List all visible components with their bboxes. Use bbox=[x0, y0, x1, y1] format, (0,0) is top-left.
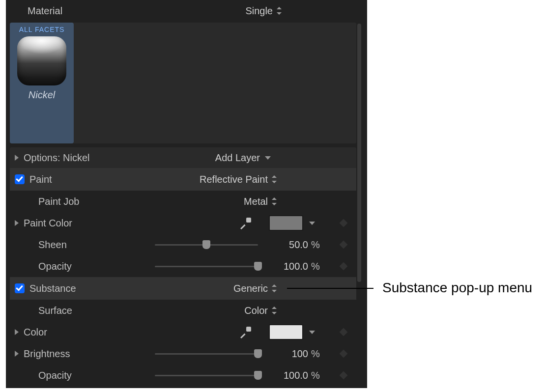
color-row: Color bbox=[10, 321, 356, 343]
material-preview bbox=[17, 36, 66, 85]
substance-type-popup[interactable]: Generic bbox=[233, 283, 277, 294]
options-row: Options: Nickel Add Layer bbox=[10, 147, 356, 168]
keyframe-diamond-icon[interactable] bbox=[340, 262, 348, 271]
paint-type-value: Reflective Paint bbox=[200, 174, 272, 185]
popup-stepper-icon bbox=[272, 175, 277, 184]
eyedropper-icon[interactable] bbox=[240, 218, 251, 228]
paint-job-row: Paint Job Metal bbox=[10, 191, 356, 212]
keyframe-diamond-icon[interactable] bbox=[340, 241, 348, 249]
substance-opacity-row: Opacity 100.0 % bbox=[10, 364, 356, 386]
paint-opacity-slider[interactable] bbox=[155, 262, 258, 271]
sheen-value[interactable]: 50.0 bbox=[273, 239, 311, 251]
sheen-row: Sheen 50.0 % bbox=[10, 234, 356, 255]
facet-area: ALL FACETS Nickel bbox=[10, 23, 356, 143]
paint-opacity-row: Opacity 100.0 % bbox=[10, 255, 356, 277]
material-label: Material bbox=[28, 5, 62, 17]
keyframe-diamond-icon[interactable] bbox=[340, 328, 348, 336]
surface-row: Surface Color bbox=[10, 300, 356, 321]
chevron-down-icon[interactable] bbox=[309, 331, 315, 334]
disclosure-triangle-icon[interactable] bbox=[15, 329, 19, 335]
substance-title: Substance bbox=[29, 283, 76, 294]
paint-job-popup[interactable]: Metal bbox=[244, 196, 277, 207]
keyframe-diamond-icon[interactable] bbox=[340, 371, 348, 380]
surface-value: Color bbox=[244, 305, 272, 316]
substance-type-value: Generic bbox=[233, 283, 272, 294]
paint-job-label: Paint Job bbox=[38, 196, 79, 207]
substance-opacity-value[interactable]: 100.0 bbox=[273, 370, 311, 381]
sheen-label: Sheen bbox=[38, 239, 67, 251]
disclosure-triangle-icon[interactable] bbox=[15, 351, 19, 357]
callout-leader-line bbox=[287, 288, 373, 289]
brightness-slider[interactable] bbox=[155, 349, 258, 358]
add-layer-label: Add Layer bbox=[215, 152, 260, 164]
paint-opacity-value[interactable]: 100.0 bbox=[273, 261, 311, 272]
popup-stepper-icon bbox=[272, 197, 277, 206]
facet-card[interactable]: ALL FACETS Nickel bbox=[10, 23, 74, 143]
callout-text: Substance pop-up menu bbox=[382, 280, 532, 296]
paint-type-popup[interactable]: Reflective Paint bbox=[200, 174, 277, 185]
paint-title: Paint bbox=[29, 174, 52, 185]
inspector-panel: Material Single ALL FACETS Nickel Option… bbox=[6, 0, 367, 388]
paint-opacity-unit: % bbox=[311, 261, 323, 272]
paint-enable-checkbox[interactable] bbox=[15, 174, 25, 184]
brightness-row: Brightness 100 % bbox=[10, 343, 356, 364]
sheen-unit: % bbox=[311, 239, 323, 251]
material-mode-popup[interactable]: Single bbox=[245, 5, 282, 17]
surface-label: Surface bbox=[38, 305, 72, 316]
disclosure-triangle-icon[interactable] bbox=[15, 155, 19, 161]
paint-job-value: Metal bbox=[244, 196, 272, 207]
disclosure-triangle-icon[interactable] bbox=[15, 220, 19, 226]
paint-color-label: Paint Color bbox=[24, 218, 72, 229]
substance-enable-checkbox[interactable] bbox=[15, 283, 25, 293]
chevron-down-icon bbox=[265, 156, 271, 160]
material-header-row: Material Single bbox=[6, 0, 367, 22]
paint-color-row: Paint Color bbox=[10, 212, 356, 234]
keyframe-diamond-icon[interactable] bbox=[340, 219, 348, 227]
paint-section-header: Paint Reflective Paint bbox=[10, 168, 356, 191]
options-label: Options: Nickel bbox=[24, 152, 90, 164]
sheen-slider[interactable] bbox=[155, 240, 258, 249]
brightness-unit: % bbox=[311, 348, 323, 360]
facet-material-name: Nickel bbox=[13, 89, 71, 101]
paint-color-swatch[interactable] bbox=[269, 215, 303, 231]
color-label: Color bbox=[24, 327, 47, 338]
material-mode-value: Single bbox=[245, 5, 277, 17]
add-layer-popup[interactable]: Add Layer bbox=[215, 152, 271, 164]
substance-opacity-label: Opacity bbox=[38, 370, 72, 381]
scrollbar[interactable] bbox=[357, 24, 361, 282]
popup-stepper-icon bbox=[272, 284, 277, 293]
substance-opacity-unit: % bbox=[311, 370, 323, 381]
surface-popup[interactable]: Color bbox=[244, 305, 277, 316]
paint-opacity-label: Opacity bbox=[38, 261, 72, 272]
facet-tab-label: ALL FACETS bbox=[13, 26, 71, 33]
chevron-down-icon[interactable] bbox=[309, 222, 315, 225]
substance-opacity-slider[interactable] bbox=[155, 371, 258, 380]
keyframe-diamond-icon[interactable] bbox=[340, 350, 348, 358]
brightness-value[interactable]: 100 bbox=[273, 348, 311, 360]
popup-stepper-icon bbox=[272, 306, 277, 315]
brightness-label: Brightness bbox=[24, 348, 70, 360]
eyedropper-icon[interactable] bbox=[240, 327, 251, 337]
popup-stepper-icon bbox=[277, 6, 282, 15]
color-swatch[interactable] bbox=[269, 324, 303, 340]
